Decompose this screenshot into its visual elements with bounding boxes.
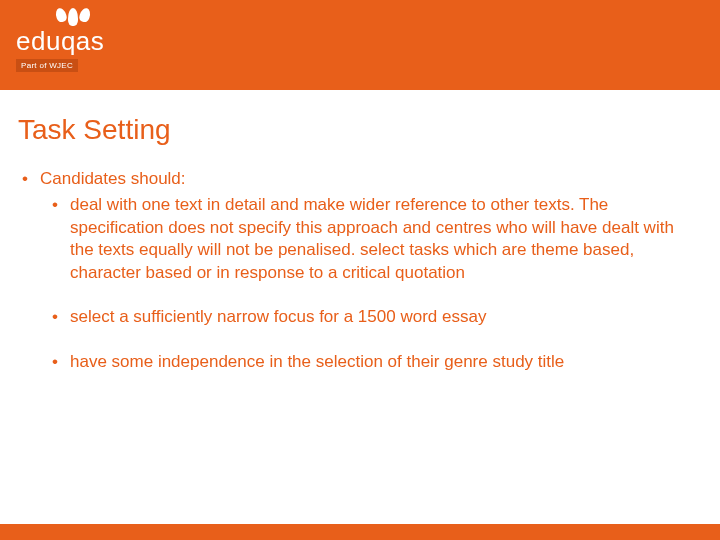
slide-title: Task Setting xyxy=(18,114,702,146)
list-item: deal with one text in detail and make wi… xyxy=(40,194,702,284)
bullet-text: deal with one text in detail and make wi… xyxy=(70,195,674,281)
slide-content: Task Setting Candidates should: deal wit… xyxy=(0,96,720,373)
lead-bullet: Candidates should: deal with one text in… xyxy=(18,168,702,373)
bullet-list-outer: Candidates should: deal with one text in… xyxy=(18,168,702,373)
logo-leaf-icon xyxy=(56,8,104,26)
bullet-text: have some independence in the selection … xyxy=(70,352,564,371)
brand-tagline: Part of WJEC xyxy=(16,59,78,72)
bullet-text: select a sufficiently narrow focus for a… xyxy=(70,307,486,326)
footer-band xyxy=(0,524,720,540)
header-band: eduqas Part of WJEC xyxy=(0,0,720,96)
brand-name: eduqas xyxy=(16,28,104,54)
list-item: select a sufficiently narrow focus for a… xyxy=(40,306,702,328)
brand-logo: eduqas Part of WJEC xyxy=(16,8,104,72)
list-item: have some independence in the selection … xyxy=(40,351,702,373)
bullet-list-inner: deal with one text in detail and make wi… xyxy=(40,194,702,373)
lead-text: Candidates should: xyxy=(40,169,186,188)
